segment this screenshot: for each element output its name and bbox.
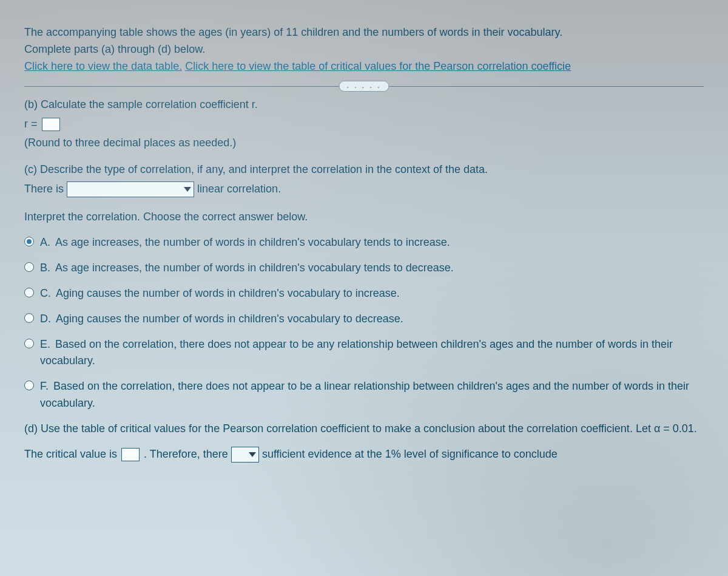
option-letter: A.: [40, 236, 50, 248]
option-row-c[interactable]: C.Aging causes the number of words in ch…: [24, 285, 704, 302]
option-body: As age increases, the number of words in…: [55, 262, 454, 274]
r-equals-label: r =: [24, 118, 38, 130]
option-text: D.Aging causes the number of words in ch…: [40, 311, 403, 328]
option-letter: C.: [40, 287, 51, 299]
option-row-d[interactable]: D.Aging causes the number of words in ch…: [24, 311, 704, 328]
radio-f[interactable]: [24, 381, 34, 390]
evidence-select[interactable]: [231, 447, 259, 462]
radio-c[interactable]: [24, 288, 34, 297]
option-body: As age increases, the number of words in…: [55, 236, 450, 248]
linear-correlation-label: linear correlation.: [197, 183, 281, 195]
option-body: Based on the correlation, there does not…: [40, 338, 673, 367]
option-text: F.Based on the correlation, there does n…: [40, 378, 704, 412]
radio-e[interactable]: [24, 339, 34, 348]
interpretation-options: A.As age increases, the number of words …: [24, 234, 704, 412]
option-letter: B.: [40, 262, 50, 274]
there-is-label: There is: [24, 183, 64, 195]
option-letter: D.: [40, 313, 51, 325]
option-text: B.As age increases, the number of words …: [40, 260, 454, 277]
sufficient-evidence-text: sufficient evidence at the 1% level of s…: [262, 448, 558, 460]
critical-values-link[interactable]: Click here to view the table of critical…: [185, 60, 571, 72]
option-letter: F.: [40, 380, 49, 392]
part-b-prompt: (b) Calculate the sample correlation coe…: [24, 97, 704, 114]
part-d: (d) Use the table of critical values for…: [24, 421, 704, 463]
r-value-input[interactable]: [42, 118, 60, 131]
part-b: (b) Calculate the sample correlation coe…: [24, 97, 704, 152]
part-c-prompt: (c) Describe the type of correlation, if…: [24, 161, 704, 178]
correlation-type-select[interactable]: [67, 181, 194, 197]
option-body: Aging causes the number of words in chil…: [56, 287, 400, 299]
therefore-text: . Therefore, there: [144, 448, 228, 460]
chevron-down-icon: [249, 452, 256, 457]
interpret-prompt: Interpret the correlation. Choose the co…: [24, 209, 704, 226]
part-d-prompt: (d) Use the table of critical values for…: [24, 421, 704, 438]
option-text: E.Based on the correlation, there does n…: [40, 336, 704, 370]
option-body: Based on the correlation, there does not…: [40, 380, 689, 409]
option-body: Aging causes the number of words in chil…: [56, 313, 403, 325]
option-text: A.As age increases, the number of words …: [40, 234, 450, 251]
option-text: C.Aging causes the number of words in ch…: [40, 285, 400, 302]
option-letter: E.: [40, 338, 50, 350]
radio-a[interactable]: [24, 237, 34, 246]
radio-b[interactable]: [24, 262, 34, 272]
critical-value-prefix: The critical value is: [24, 448, 117, 460]
option-row-a[interactable]: A.As age increases, the number of words …: [24, 234, 704, 251]
chevron-down-icon: [184, 187, 191, 192]
round-note: (Round to three decimal places as needed…: [24, 135, 704, 152]
part-c: (c) Describe the type of correlation, if…: [24, 161, 704, 412]
section-divider: . . . . .: [24, 86, 704, 87]
option-row-b[interactable]: B.As age increases, the number of words …: [24, 260, 704, 277]
radio-d[interactable]: [24, 313, 34, 323]
option-row-e[interactable]: E.Based on the correlation, there does n…: [24, 336, 704, 370]
problem-intro: The accompanying table shows the ages (i…: [24, 24, 704, 75]
critical-value-input[interactable]: [121, 448, 140, 461]
option-row-f[interactable]: F.Based on the correlation, there does n…: [24, 378, 704, 412]
data-table-link[interactable]: Click here to view the data table.: [24, 60, 182, 72]
intro-line2: Complete parts (a) through (d) below.: [24, 41, 704, 58]
divider-handle[interactable]: . . . . .: [339, 81, 389, 92]
intro-line1: The accompanying table shows the ages (i…: [24, 24, 704, 41]
